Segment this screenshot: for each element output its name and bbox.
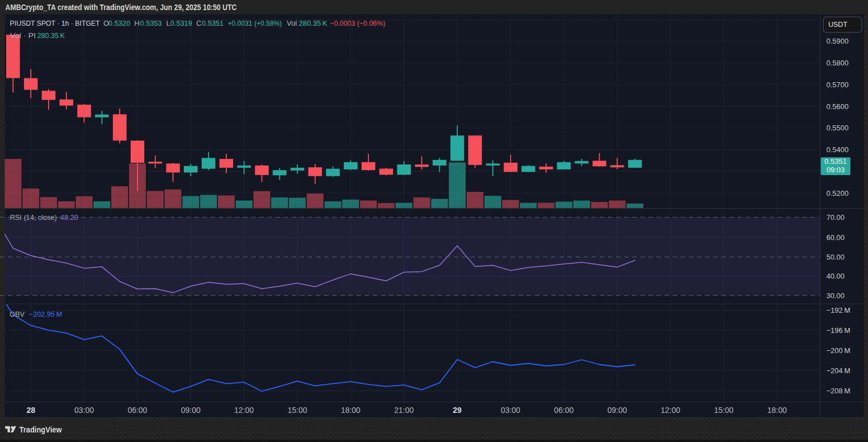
- svg-text:29: 29: [453, 406, 462, 415]
- svg-text:03:00: 03:00: [74, 406, 94, 415]
- svg-text:09:00: 09:00: [608, 406, 627, 415]
- svg-text:−192 M: −192 M: [827, 306, 851, 314]
- svg-text:18:00: 18:00: [341, 406, 361, 415]
- svg-text:06:00: 06:00: [127, 406, 147, 415]
- svg-text:12:00: 12:00: [661, 406, 680, 415]
- svg-text:0.5600: 0.5600: [827, 102, 849, 111]
- svg-text:280.35 K: 280.35 K: [299, 19, 328, 27]
- svg-text:−196 M: −196 M: [827, 326, 851, 335]
- svg-text:OBV: OBV: [10, 310, 25, 318]
- svg-text:C: C: [196, 19, 201, 27]
- svg-text:30.00: 30.00: [827, 291, 845, 300]
- svg-text:48.20: 48.20: [60, 213, 78, 222]
- svg-text:18:00: 18:00: [767, 406, 787, 415]
- svg-text:06:00: 06:00: [554, 406, 573, 415]
- svg-text:0.5500: 0.5500: [827, 124, 849, 132]
- svg-text:03:00: 03:00: [501, 406, 520, 415]
- svg-text:−208 M: −208 M: [827, 387, 851, 395]
- svg-text:12:00: 12:00: [234, 406, 254, 415]
- svg-text:−200 M: −200 M: [827, 346, 851, 355]
- svg-text:09:00: 09:00: [181, 406, 201, 415]
- svg-text:RSI (14, close): RSI (14, close): [10, 213, 57, 222]
- svg-text:−204 M: −204 M: [827, 366, 851, 375]
- svg-text:09:03: 09:03: [827, 166, 845, 174]
- svg-text:0.5900: 0.5900: [827, 37, 849, 45]
- svg-text:Vol: Vol: [287, 19, 297, 27]
- svg-text:28: 28: [26, 406, 35, 415]
- svg-text:USDT: USDT: [828, 21, 847, 29]
- svg-text:70.00: 70.00: [827, 213, 845, 222]
- svg-text:+0.0031 (+0.58%): +0.0031 (+0.58%): [227, 19, 282, 27]
- svg-text:L: L: [166, 19, 170, 27]
- svg-text:−202.95 M: −202.95 M: [29, 310, 63, 318]
- svg-text:−0.0003 (−0.06%): −0.0003 (−0.06%): [330, 19, 385, 27]
- svg-text:15:00: 15:00: [714, 406, 733, 415]
- svg-text:0.5700: 0.5700: [827, 81, 849, 89]
- svg-text:60.00: 60.00: [827, 233, 845, 242]
- svg-text:280.35 K: 280.35 K: [37, 31, 65, 40]
- svg-text:0.5800: 0.5800: [827, 59, 849, 67]
- svg-text:0.5351: 0.5351: [202, 19, 224, 27]
- svg-text:40.00: 40.00: [827, 272, 845, 280]
- svg-text:0.5200: 0.5200: [827, 189, 849, 198]
- svg-text:PIUSDT SPOT · 1h · BITGET: PIUSDT SPOT · 1h · BITGET: [10, 19, 100, 27]
- svg-text:0.5319: 0.5319: [170, 19, 192, 27]
- svg-text:50.00: 50.00: [827, 253, 845, 261]
- svg-text:H: H: [134, 19, 139, 27]
- svg-text:0.5320: 0.5320: [108, 19, 130, 27]
- svg-text:AMBCrypto_TA created with Trad: AMBCrypto_TA created with TradingView.co…: [6, 3, 237, 12]
- svg-text:0.5351: 0.5351: [824, 157, 847, 166]
- svg-text:15:00: 15:00: [287, 406, 307, 415]
- svg-text:0.5353: 0.5353: [140, 19, 162, 27]
- svg-text:Vol · PI: Vol · PI: [10, 31, 36, 40]
- svg-text:21:00: 21:00: [394, 406, 414, 415]
- svg-text:0.5400: 0.5400: [827, 145, 849, 154]
- svg-text:TradingView: TradingView: [20, 425, 63, 434]
